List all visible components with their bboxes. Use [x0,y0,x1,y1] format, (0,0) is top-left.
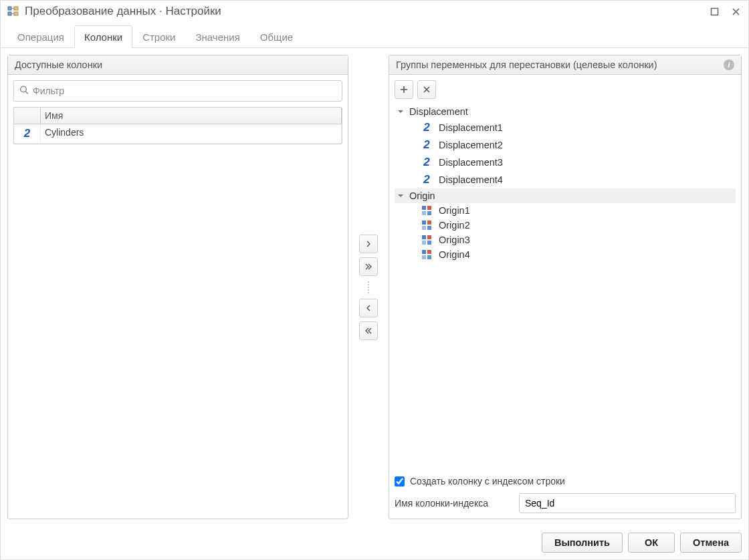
groups-toolbar [395,80,736,99]
transfer-bar [348,55,389,519]
ok-button[interactable]: ОК [628,533,675,553]
column-name: Cylinders [41,124,342,143]
tree-item-label: Displacement4 [439,174,503,185]
categorical-icon [420,235,433,245]
columns-layout: Доступные колонки Имя [7,55,742,519]
tree-item-label: Displacement2 [439,140,503,150]
target-groups-header: Группы переменных для перестановки (целе… [389,55,741,75]
svg-rect-20 [422,255,426,259]
drag-handle-icon [366,281,370,293]
tree-item[interactable]: 2Displacement2 [395,136,736,154]
create-index-checkbox[interactable] [395,476,405,486]
svg-rect-6 [422,206,426,210]
tree-item[interactable]: Origin1 [395,203,736,218]
categorical-icon [420,220,433,231]
svg-rect-17 [427,241,431,245]
tree-item[interactable]: Origin4 [395,247,736,262]
svg-rect-7 [427,206,431,210]
svg-rect-16 [422,241,426,245]
tree-item-label: Displacement3 [439,157,503,168]
numeric-icon: 2 [420,156,433,169]
svg-rect-13 [427,226,431,230]
group-label: Origin [409,190,435,201]
numeric-icon: 2 [420,121,433,134]
target-groups-title: Группы переменных для перестановки (целе… [396,59,657,70]
group-label: Displacement [409,106,468,117]
tree-item[interactable]: Origin2 [395,218,736,233]
maximize-button[interactable] [708,5,720,17]
svg-rect-15 [427,235,431,239]
tab-columns[interactable]: Колонки [74,25,132,48]
target-groups-body: Displacement 2Displacement1 2Displacemen… [389,75,741,473]
chevron-down-icon [397,192,405,199]
tree-group-displacement: Displacement 2Displacement1 2Displacemen… [395,104,736,188]
svg-rect-11 [427,221,431,225]
tree-item-label: Origin4 [439,249,470,260]
tab-bar: Операция Колонки Строки Значения Общие [1,25,748,48]
group-header[interactable]: Origin [395,188,736,203]
cancel-button[interactable]: Отмена [680,533,742,553]
target-groups-panel: Группы переменных для перестановки (целе… [389,55,742,519]
svg-rect-10 [422,221,426,225]
tree-item[interactable]: 2Displacement3 [395,154,736,171]
tab-values[interactable]: Значения [186,25,250,48]
target-groups-footer: Создать колонку с индексом строки Имя ко… [389,473,741,519]
window-title: Преобразование данных · Настройки [25,5,699,18]
tab-rows[interactable]: Строки [132,25,185,48]
remove-group-button[interactable] [417,80,436,99]
tab-operation[interactable]: Операция [7,25,74,48]
tree-item[interactable]: 2Displacement1 [395,119,736,136]
group-header[interactable]: Displacement [395,104,736,119]
numeric-icon: 2 [420,173,433,186]
tree-item[interactable]: 2Displacement4 [395,171,736,188]
available-columns-title: Доступные колонки [15,59,102,70]
dialog-footer: Выполнить ОК Отмена [1,526,748,559]
grid-header-icon [14,108,41,124]
index-name-label: Имя колонки-индекса [395,498,512,509]
available-columns-panel: Доступные колонки Имя [7,55,348,519]
tree-item-label: Displacement1 [439,122,503,133]
svg-rect-3 [14,12,18,15]
available-columns-header: Доступные колонки [8,55,348,75]
svg-rect-12 [422,226,426,230]
categorical-icon [420,205,433,216]
tree-group-origin: Origin Origin1 Origin2 Origin3 Origin4 [395,188,736,262]
tree-item-label: Origin1 [439,205,470,216]
grid-header: Имя [14,108,342,124]
numeric-icon: 2 [420,138,433,152]
available-columns-body: Имя 2 Cylinders [8,75,348,519]
numeric-icon: 2 [14,124,41,143]
move-all-right-button[interactable] [359,257,378,276]
table-row[interactable]: 2 Cylinders [14,124,342,144]
svg-rect-18 [422,250,426,254]
filter-input[interactable] [13,80,342,102]
svg-rect-21 [427,255,431,259]
chevron-down-icon [397,108,405,115]
app-icon [7,5,19,17]
index-name-input[interactable] [519,493,736,513]
create-index-label: Создать колонку с индексом строки [410,476,565,486]
tab-general[interactable]: Общие [250,25,303,48]
svg-rect-8 [422,211,426,215]
grid-header-name[interactable]: Имя [41,108,342,124]
add-group-button[interactable] [395,80,413,99]
svg-rect-2 [8,12,11,15]
groups-tree: Displacement 2Displacement1 2Displacemen… [395,104,736,468]
tree-item-label: Origin3 [439,235,470,245]
categorical-icon [420,249,433,260]
move-left-button[interactable] [359,299,378,317]
info-icon[interactable]: i [724,59,734,70]
run-button[interactable]: Выполнить [542,533,623,553]
available-columns-grid: Имя 2 Cylinders [13,107,342,144]
move-all-left-button[interactable] [359,321,378,340]
close-button[interactable] [730,5,742,17]
svg-rect-0 [8,7,11,10]
svg-rect-19 [427,250,431,254]
tree-item[interactable]: Origin3 [395,233,736,247]
dialog-window: Преобразование данных · Настройки Операц… [0,0,749,560]
tree-item-label: Origin2 [439,220,470,231]
svg-rect-1 [14,7,18,10]
title-bar: Преобразование данных · Настройки [1,1,748,21]
move-right-button[interactable] [359,235,378,253]
svg-rect-9 [427,211,431,215]
